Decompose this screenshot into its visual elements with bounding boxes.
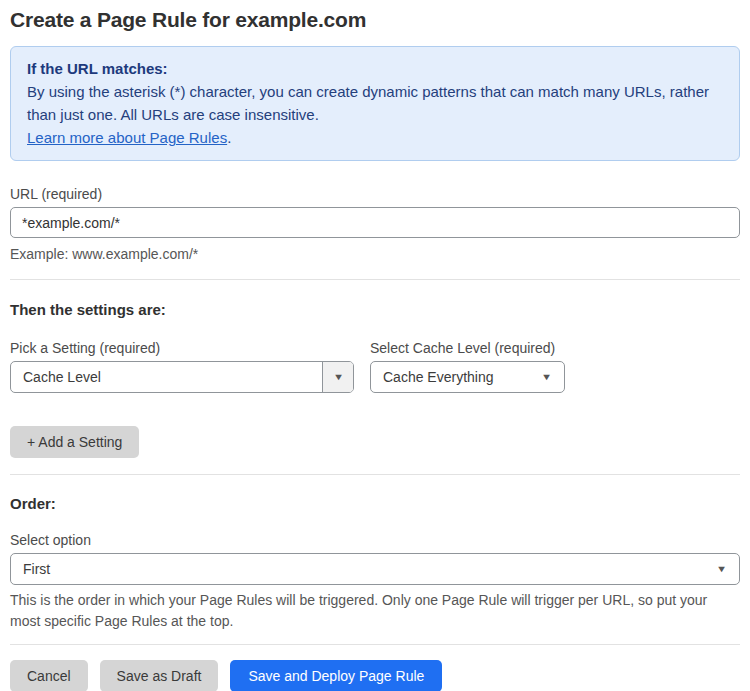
dropdown-arrow: ▼: [542, 373, 564, 382]
link-period: .: [227, 129, 231, 146]
divider: [10, 279, 740, 280]
info-box-body: By using the asterisk (*) character, you…: [27, 80, 723, 126]
learn-more-link[interactable]: Learn more about Page Rules: [27, 129, 227, 146]
settings-section-heading: Then the settings are:: [10, 301, 740, 318]
order-section-heading: Order:: [10, 495, 740, 512]
add-setting-button[interactable]: + Add a Setting: [10, 426, 139, 458]
divider: [10, 474, 740, 475]
cancel-button[interactable]: Cancel: [10, 660, 88, 691]
divider: [10, 644, 740, 645]
order-select-label: Select option: [10, 532, 740, 548]
cache-level-label: Select Cache Level (required): [370, 340, 565, 356]
chevron-down-icon: ▼: [716, 565, 727, 574]
url-input[interactable]: [10, 207, 740, 238]
order-dropdown[interactable]: First ▼: [10, 553, 740, 585]
url-field-group: URL (required) Example: www.example.com/…: [10, 186, 740, 265]
settings-row: Pick a Setting (required) Cache Level ▼ …: [10, 340, 740, 393]
pick-setting-value: Cache Level: [11, 369, 322, 385]
add-setting-wrap: + Add a Setting: [10, 426, 740, 458]
info-box-heading: If the URL matches:: [27, 57, 723, 80]
chevron-down-icon: ▼: [332, 373, 343, 382]
dropdown-arrow: ▼: [717, 565, 739, 574]
url-match-info-box: If the URL matches: By using the asteris…: [10, 46, 740, 161]
order-help-text: This is the order in which your Page Rul…: [10, 590, 740, 632]
cache-level-group: Select Cache Level (required) Cache Ever…: [370, 340, 565, 393]
info-box-link-line: Learn more about Page Rules.: [27, 126, 723, 149]
footer-actions: Cancel Save as Draft Save and Deploy Pag…: [10, 660, 740, 691]
order-value: First: [11, 561, 717, 577]
url-example-text: Example: www.example.com/*: [10, 244, 740, 265]
url-field-label: URL (required): [10, 186, 740, 202]
pick-setting-label: Pick a Setting (required): [10, 340, 354, 356]
pick-setting-dropdown[interactable]: Cache Level ▼: [10, 361, 354, 393]
dropdown-arrow-button[interactable]: ▼: [322, 362, 353, 392]
save-as-draft-button[interactable]: Save as Draft: [100, 660, 219, 691]
cache-level-dropdown[interactable]: Cache Everything ▼: [370, 361, 565, 393]
pick-setting-group: Pick a Setting (required) Cache Level ▼: [10, 340, 354, 393]
create-page-rule-form: Create a Page Rule for example.com If th…: [0, 0, 750, 691]
save-and-deploy-button[interactable]: Save and Deploy Page Rule: [230, 660, 442, 691]
cache-level-value: Cache Everything: [371, 369, 542, 385]
page-title: Create a Page Rule for example.com: [10, 8, 740, 32]
chevron-down-icon: ▼: [541, 373, 552, 382]
